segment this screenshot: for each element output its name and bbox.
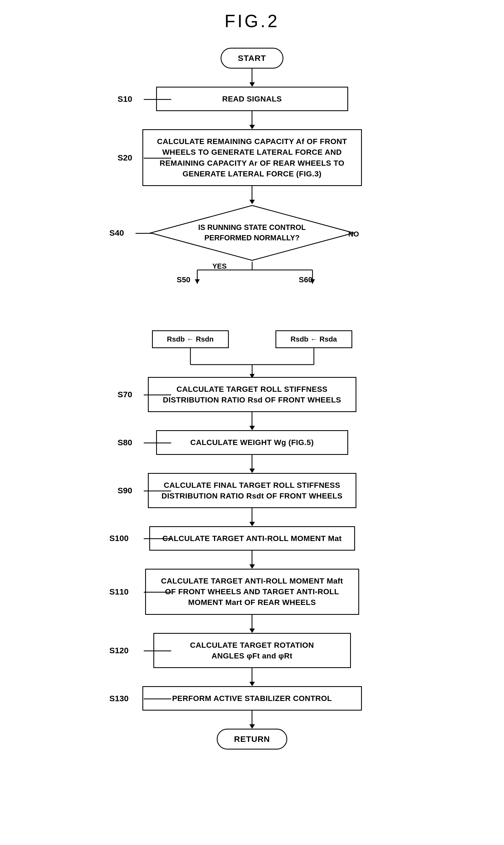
s50-box: Rsdb ← Rsdn [152, 330, 229, 348]
svg-text:S60: S60 [299, 275, 312, 284]
flowchart: START S10 READ SIGNALS S20 [101, 48, 403, 750]
s60-text: Rsdb ← Rsda [291, 335, 337, 343]
s80-row: S80 CALCULATE WEIGHT Wg (FIG.5) [101, 430, 403, 455]
s70-text: CALCULATE TARGET ROLL STIFFNESS DISTRIBU… [163, 385, 341, 404]
return-node: RETURN [217, 729, 287, 750]
s20-text: CALCULATE REMAINING CAPACITY Af OF FRONT… [157, 137, 347, 178]
s110-row: S110 CALCULATE TARGET ANTI-ROLL MOMENT M… [101, 569, 403, 615]
s70-box: CALCULATE TARGET ROLL STIFFNESS DISTRIBU… [148, 377, 356, 412]
page: FIG.2 START S10 READ SIGNALS [88, 11, 417, 750]
s40-label: S40 [109, 228, 124, 238]
arrow-start-s10 [249, 69, 255, 87]
s70-label: S70 [118, 390, 132, 399]
s40-diamond: IS RUNNING STATE CONTROL PERFORMED NORMA… [148, 204, 356, 262]
branch-arrows-svg: YES S50 S60 [129, 262, 376, 333]
arrow-s20-s40 [249, 186, 255, 204]
s90-label: S90 [118, 486, 132, 495]
arrow-s130-return [249, 711, 255, 729]
arrow-s100-s110 [249, 551, 255, 569]
s10-row: S10 READ SIGNALS [101, 87, 403, 111]
s110-box: CALCULATE TARGET ANTI-ROLL MOMENT Maft O… [145, 569, 359, 615]
s120-box: CALCULATE TARGET ROTATION ANGLES φFt and… [154, 633, 351, 668]
s40-text: IS RUNNING STATE CONTROL PERFORMED NORMA… [198, 223, 306, 242]
branch-container: YES S50 S60 Rsdb [129, 262, 376, 381]
s90-text: CALCULATE FINAL TARGET ROLL STIFFNESS DI… [162, 481, 343, 500]
s120-row: S120 CALCULATE TARGET ROTATION ANGLES φF… [101, 633, 403, 668]
s130-label: S130 [109, 694, 129, 703]
s100-label: S100 [109, 534, 129, 543]
s50-text: Rsdb ← Rsdn [167, 335, 213, 343]
s90-row: S90 CALCULATE FINAL TARGET ROLL STIFFNES… [101, 473, 403, 508]
s10-label: S10 [118, 94, 132, 104]
arrow-s90-s100 [249, 508, 255, 526]
s70-row: S70 CALCULATE TARGET ROLL STIFFNESS DIST… [101, 377, 403, 412]
s100-box: CALCULATE TARGET ANTI-ROLL MOMENT Mat [149, 526, 355, 551]
arrow-s80-s90 [249, 455, 255, 473]
arrow-s120-s130 [249, 668, 255, 686]
s20-box: CALCULATE REMAINING CAPACITY Af OF FRONT… [142, 129, 362, 186]
s20-label: S20 [118, 153, 132, 162]
svg-text:S50: S50 [177, 275, 191, 284]
merge-arrows-svg [129, 348, 376, 381]
s110-text: CALCULATE TARGET ANTI-ROLL MOMENT Maft O… [161, 577, 343, 607]
figure-title: FIG.2 [224, 11, 279, 31]
s90-box: CALCULATE FINAL TARGET ROLL STIFFNESS DI… [148, 473, 356, 508]
s60-box: Rsdb ← Rsda [275, 330, 352, 348]
s40-row: S40 IS RUNNING STATE CONTROL PERFORMED N… [101, 204, 403, 262]
s120-text: CALCULATE TARGET ROTATION ANGLES φFt and… [190, 641, 314, 660]
s130-row: S130 PERFORM ACTIVE STABILIZER CONTROL [101, 686, 403, 711]
arrow-s10-s20 [249, 111, 255, 129]
s110-label: S110 [109, 587, 129, 596]
s10-box: READ SIGNALS [156, 87, 348, 111]
s100-row: S100 CALCULATE TARGET ANTI-ROLL MOMENT M… [101, 526, 403, 551]
arrow-s70-s80 [249, 412, 255, 430]
s80-box: CALCULATE WEIGHT Wg (FIG.5) [156, 430, 348, 455]
start-node: START [221, 48, 283, 69]
s120-label: S120 [109, 646, 129, 655]
s80-label: S80 [118, 438, 132, 447]
s130-box: PERFORM ACTIVE STABILIZER CONTROL [142, 686, 362, 711]
svg-marker-5 [195, 279, 200, 284]
svg-text:YES: YES [212, 262, 227, 270]
arrow-s110-s120 [249, 615, 255, 633]
s20-row: S20 CALCULATE REMAINING CAPACITY Af OF F… [101, 129, 403, 186]
no-label: NO [348, 230, 359, 238]
